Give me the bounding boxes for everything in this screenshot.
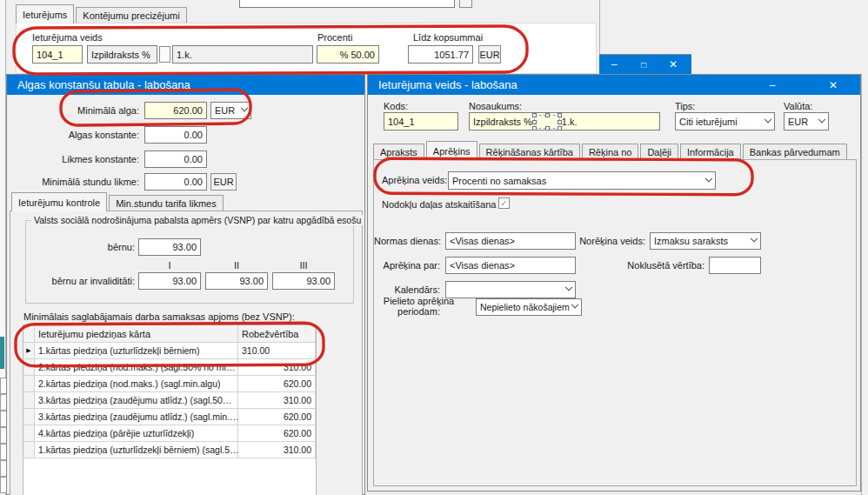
tab-kontejumu-precizejumi[interactable]: Kontējumu precizējumi	[76, 7, 186, 23]
nokluseta-vertiba-field[interactable]	[709, 257, 761, 274]
aprekins-panel: Aprēķina veids: Procenti no samaksas Nod…	[373, 159, 857, 486]
minimala-alga-label: Minimālā alga:	[16, 105, 139, 116]
likmes-konstante-label: Likmes konstante:	[16, 154, 139, 164]
salary-constants-tabs: Ieturējumu kontrole Min.stundu tarifa li…	[11, 192, 225, 211]
procenti-field[interactable]: % 50.00	[317, 45, 379, 64]
tab-informacija[interactable]: Informācija	[680, 144, 741, 160]
min-stundu-likme-field[interactable]: 0.00	[144, 173, 207, 191]
pielieto-periodam-select[interactable]: Nepielieto nākošajiem	[476, 298, 582, 316]
minimize-icon[interactable]: –	[599, 55, 629, 74]
table-row[interactable]: 3.kārtas piedziņa (zaudējumu atlīdz.) (s…	[23, 392, 316, 409]
table-cell-name[interactable]: 2.kārtas piedziņa (nod.maks.) (sagl.min.…	[35, 376, 238, 392]
lookup-button[interactable]	[159, 46, 170, 63]
withholding-code-field[interactable]: 104_1	[32, 45, 83, 64]
salary-constants-titlebar[interactable]: Algas konstanšu tabula - labošana	[7, 75, 364, 95]
algas-konstante-label: Algas konstante:	[16, 130, 139, 140]
embedded-object-selection[interactable]	[534, 115, 560, 129]
tab-ieturejumu-kontrole[interactable]: Ieturējumu kontrole	[11, 192, 107, 211]
procenti-label: Procenti	[317, 32, 352, 43]
table-cell-value[interactable]: 620.00	[238, 409, 316, 425]
kods-field[interactable]: 104_1	[384, 112, 458, 130]
table-row[interactable]: 2.kārtas piedziņa (nod.maks.) (sagl.50% …	[23, 359, 316, 376]
table-row[interactable]: 4.kārtas piedziņa (pārējie uzturlīdzekļi…	[23, 425, 316, 442]
selection-handle[interactable]	[558, 113, 562, 117]
selection-handle[interactable]	[545, 113, 550, 117]
salary-constants-dialog: Algas konstanšu tabula - labošana Minimā…	[6, 74, 365, 495]
bernu-field[interactable]: 93.00	[138, 238, 201, 256]
selection-handle[interactable]	[558, 120, 562, 124]
column-header-1: I	[138, 260, 201, 271]
withholding-type-field[interactable]: Izpildraksts %	[87, 45, 157, 64]
table-cell-name[interactable]: 4.kārtas piedziņa (pārējie uzturlīdzekļi…	[35, 425, 238, 442]
table-cell-value[interactable]: 620.00	[238, 376, 316, 392]
background-teal-fragment	[0, 337, 4, 369]
table-cell-name[interactable]: 1.kārtas piedziņa (uzturlīdzekļi bērniem…	[35, 343, 238, 359]
table-row[interactable]: ▶ 1.kārtas piedziņa (uzturlīdzekļi bērni…	[23, 343, 316, 359]
cut-off-input[interactable]	[239, 0, 455, 8]
currency-button[interactable]: EUR	[478, 45, 501, 64]
aprekina-veids-select[interactable]: Procenti no samaksas	[448, 171, 716, 190]
selection-handle[interactable]	[545, 126, 550, 130]
selected-row-marker-icon: ▶	[26, 347, 30, 354]
likmes-konstante-field[interactable]: 0.00	[144, 151, 207, 168]
withholding-type-title: Ieturējuma veids - labošana	[378, 78, 517, 91]
tab-rekinasanas-kartiba[interactable]: Rēķināšanas kārtība	[479, 144, 580, 160]
invaliditate-field-3[interactable]: 93.00	[272, 272, 335, 290]
aprekina-par-field[interactable]: <Visas dienas>	[445, 257, 576, 274]
min-stundu-currency-button[interactable]: EUR	[210, 173, 237, 191]
lidz-kopsummai-field[interactable]: 1051.77	[408, 45, 473, 64]
pielieto-periodam-value: Nepielieto nākošajiem	[480, 302, 570, 312]
table-row[interactable]: 1.kārtas piedziņa (uzturlīdzekļi bērniem…	[23, 442, 316, 458]
tab-bankas-parvedumam[interactable]: Bankas pārvedumam	[743, 144, 847, 160]
table-cell-value[interactable]: 310.00	[238, 392, 316, 409]
tab-daleji[interactable]: Daļēji	[640, 144, 678, 160]
tab-rekina-no[interactable]: Rēķina no	[582, 144, 639, 160]
table-cell-value[interactable]: 310.00	[238, 343, 316, 359]
algas-konstante-field[interactable]: 0.00	[144, 126, 207, 144]
tips-label: Tips:	[675, 101, 695, 111]
table-cell-value[interactable]: 310.00	[238, 359, 316, 376]
close-icon[interactable]: ✕	[658, 55, 688, 74]
table-cell-name[interactable]: 2.kārtas piedziņa (nod.maks.) (sagl.50% …	[35, 359, 238, 376]
kalendars-select[interactable]	[445, 281, 576, 298]
norekina-veids-select[interactable]: Izmaksu saraksts	[650, 232, 761, 250]
nosaukums-field[interactable]: Izpildraksts % 1.k.	[469, 112, 660, 130]
bernu-label: bērnu:	[55, 242, 135, 252]
minimala-alga-field[interactable]: 620.00	[144, 102, 207, 119]
currency-value: EUR	[215, 105, 235, 116]
selection-handle[interactable]	[532, 120, 537, 124]
invaliditate-field-1[interactable]: 93.00	[138, 272, 201, 290]
selection-handle[interactable]	[532, 113, 537, 117]
table-cell-name[interactable]: 3.kārtas piedziņa (zaudējumu atlīdz.) (s…	[35, 409, 238, 425]
tab-ieturejums[interactable]: Ieturējums	[16, 4, 74, 23]
norekina-veids-value: Izmaksu saraksts	[654, 236, 728, 246]
table-cell-value[interactable]: 620.00	[238, 425, 316, 442]
selection-handle[interactable]	[558, 126, 562, 130]
table-cell-name[interactable]: 1.kārtas piedziņa (uzturlīdzekļi bērniem…	[35, 442, 238, 458]
cut-off-button[interactable]	[459, 0, 472, 8]
invaliditate-field-2[interactable]: 93.00	[205, 272, 268, 290]
selection-handle[interactable]	[532, 126, 537, 130]
nosaukums-text-2: 1.k.	[562, 117, 578, 127]
tab-aprekins[interactable]: Aprēķins	[426, 141, 477, 160]
nodoklu-dalas-checkbox[interactable]: ✓	[498, 197, 510, 209]
table-row[interactable]: 2.kārtas piedziņa (nod.maks.) (sagl.min.…	[23, 376, 316, 392]
withholding-suffix-field[interactable]: 1.k.	[172, 45, 313, 64]
withholding-type-titlebar[interactable]: Ieturējuma veids - labošana – ✕	[368, 75, 860, 95]
row-selector-cell	[23, 376, 35, 392]
chevron-down-icon	[818, 115, 825, 122]
minimala-alga-currency-select[interactable]: EUR	[210, 102, 251, 119]
nodoklu-dalas-label: Nodokļu daļas atskaitīšana	[382, 199, 496, 210]
maximize-icon[interactable]: □	[629, 55, 658, 74]
nokluseta-vertiba-label: Noklusētā vērtība:	[622, 260, 704, 271]
table-cell-name[interactable]: 3.kārtas piedziņa (zaudējumu atlīdz.) (s…	[35, 392, 238, 409]
valuta-select[interactable]: EUR	[784, 112, 829, 130]
tab-min-stundu-tarifa-likmes[interactable]: Min.stundu tarifa likmes	[109, 195, 224, 211]
tips-select[interactable]: Citi ieturējumi	[675, 112, 775, 130]
normas-dienas-field[interactable]: <Visas dienas>	[445, 232, 576, 250]
table-cell-value[interactable]: 310.00	[238, 442, 316, 458]
chevron-down-icon	[705, 174, 712, 181]
table-row[interactable]: 3.kārtas piedziņa (zaudējumu atlīdz.) (s…	[23, 409, 316, 425]
tab-apraksts[interactable]: Apraksts	[373, 144, 424, 160]
row-selector-cell	[23, 409, 35, 425]
